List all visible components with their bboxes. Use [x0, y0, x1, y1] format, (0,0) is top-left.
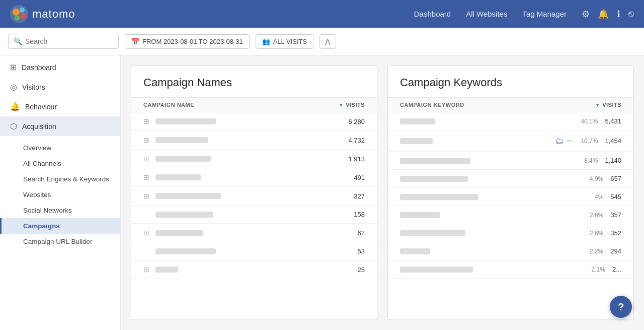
keyword-blurred	[400, 267, 473, 273]
campaign-keyword-col-label: CAMPAIGN KEYWORD	[400, 102, 464, 108]
nav-links: Dashboard All Websites Tag Manager	[414, 10, 567, 18]
keyword-blurred	[400, 118, 435, 124]
sidebar-label-campaigns: Campaigns	[23, 222, 60, 230]
campaign-name-blurred	[155, 248, 216, 254]
campaign-keyword-visits-label: VISITS	[602, 102, 621, 108]
campaign-visit-count: 1,913	[348, 155, 365, 163]
campaign-name-blurred	[155, 230, 203, 236]
svg-point-2	[20, 8, 25, 13]
main-layout: ⊞ Dashboard ◎ Visitors 🔔 Behaviour ⬡ Acq…	[0, 55, 644, 330]
table-row: ⊞ 25	[131, 260, 377, 279]
expand-icon[interactable]: ⊞	[143, 229, 151, 237]
notifications-icon[interactable]: 🔔	[598, 9, 609, 20]
table-row: ⊞ 62	[131, 224, 377, 242]
campaign-name-blurred	[155, 156, 211, 162]
sidebar-label-dashboard: Dashboard	[22, 63, 56, 72]
campaign-name-visits-col: ▼ VISITS	[339, 102, 365, 108]
search-icon: 🔍	[14, 37, 22, 45]
keyword-count: 352	[610, 229, 621, 237]
keyword-count: 294	[610, 247, 621, 255]
keyword-count: 657	[610, 175, 621, 182]
keyword-blurred	[400, 176, 468, 182]
nav-all-websites[interactable]: All Websites	[466, 10, 507, 18]
campaign-keywords-title: Campaign Keywords	[388, 66, 633, 97]
date-range-button[interactable]: 📅 FROM 2023-08-01 TO 2023-08-31	[125, 34, 250, 49]
row-left: ⊞	[143, 192, 354, 200]
sidebar-item-social-networks[interactable]: Social Networks	[0, 203, 120, 218]
table-row: ⊞ 327	[131, 187, 377, 206]
expand-icon[interactable]: ⊞	[143, 155, 151, 163]
campaign-names-panel: Campaign Names CAMPAIGN NAME ▼ VISITS ⊞ …	[131, 65, 377, 320]
sidebar-item-all-channels[interactable]: All Channels	[0, 156, 120, 171]
help-icon: ?	[618, 301, 624, 313]
row-right: 🗂～ 10.7% 1,454	[555, 136, 621, 146]
campaign-visit-count: 4,732	[348, 137, 365, 144]
collapse-button[interactable]: ⋀	[319, 34, 336, 49]
settings-icon[interactable]: ⚙	[582, 9, 590, 20]
visits-label: ALL VISITS	[273, 38, 307, 45]
sort-down-icon[interactable]: ▼	[339, 102, 344, 108]
segment-icon[interactable]: 🗂	[555, 137, 564, 146]
expand-icon[interactable]: ⊞	[143, 192, 151, 200]
sidebar-item-acquisition[interactable]: ⬡ Acquisition	[0, 116, 120, 136]
row-right: 2.6% 352	[590, 229, 621, 237]
sidebar-item-visitors[interactable]: ◎ Visitors	[0, 77, 120, 97]
table-row: ⊞ 6,280	[131, 112, 377, 131]
sidebar-item-websites[interactable]: Websites	[0, 187, 120, 203]
sidebar-item-search-engines[interactable]: Search Engines & Keywords	[0, 171, 120, 187]
info-icon[interactable]: ℹ	[617, 9, 620, 20]
sort-down-icon-kw[interactable]: ▼	[595, 102, 600, 108]
keyword-blurred	[400, 194, 478, 200]
row-left	[400, 248, 590, 254]
sidebar-item-campaigns[interactable]: Campaigns	[0, 218, 120, 234]
row-right: 4.9% 657	[590, 175, 621, 182]
row-left: ⊞	[143, 229, 358, 237]
sidebar-item-dashboard[interactable]: ⊞ Dashboard	[0, 57, 120, 77]
row-left	[143, 248, 358, 254]
expand-icon[interactable]: ⊞	[143, 266, 151, 274]
search-input[interactable]	[25, 37, 113, 45]
nav-tag-manager[interactable]: Tag Manager	[522, 10, 567, 18]
date-range-label: FROM 2023-08-01 TO 2023-08-31	[142, 38, 243, 45]
chevron-up-icon: ⋀	[325, 38, 331, 45]
keyword-count: 2...	[612, 266, 621, 273]
keyword-percent: 2.1%	[592, 266, 605, 273]
svg-point-4	[15, 16, 20, 21]
sub-header: 🔍 📅 FROM 2023-08-01 TO 2023-08-31 👥 ALL …	[0, 28, 644, 55]
sidebar-item-overview[interactable]: Overview	[0, 140, 120, 156]
campaign-visit-count: 327	[354, 192, 365, 200]
campaign-names-table-header: CAMPAIGN NAME ▼ VISITS	[131, 97, 377, 112]
sidebar-label-social-networks: Social Networks	[23, 207, 72, 214]
svg-point-0	[10, 5, 28, 23]
row-right: 40.1% 5,431	[581, 117, 621, 125]
sidebar-item-campaign-url-builder[interactable]: Campaign URL Builder	[0, 234, 120, 249]
trend-icon[interactable]: ～	[566, 136, 574, 146]
search-box[interactable]: 🔍	[8, 34, 119, 49]
matomo-logo-icon	[10, 5, 28, 23]
row-left: ⊞	[143, 117, 348, 125]
nav-dashboard[interactable]: Dashboard	[414, 10, 451, 18]
row-left	[400, 194, 595, 200]
campaign-name-blurred	[155, 174, 201, 180]
sidebar-item-behaviour[interactable]: 🔔 Behaviour	[0, 97, 120, 116]
help-button[interactable]: ?	[610, 296, 632, 318]
keyword-percent: 2.6%	[590, 212, 603, 219]
row-left	[400, 176, 590, 182]
table-row: 2.1% 2...	[388, 260, 633, 279]
nav-icon-area: ⚙ 🔔 ℹ ⎋	[582, 9, 634, 20]
expand-icon[interactable]: ⊞	[143, 173, 151, 181]
row-left	[400, 230, 590, 236]
campaign-visit-count: 53	[358, 247, 365, 255]
svg-point-1	[13, 9, 20, 16]
sidebar-label-search-engines: Search Engines & Keywords	[23, 175, 109, 183]
logout-icon[interactable]: ⎋	[628, 9, 634, 19]
table-row: 🗂～ 10.7% 1,454	[388, 130, 633, 152]
sidebar-label-campaign-url-builder: Campaign URL Builder	[23, 238, 93, 245]
row-left	[400, 267, 592, 273]
table-row: 4.9% 657	[388, 170, 633, 188]
expand-icon[interactable]: ⊞	[143, 136, 151, 144]
row-left	[400, 118, 581, 124]
all-visits-button[interactable]: 👥 ALL VISITS	[256, 34, 313, 49]
expand-icon[interactable]: ⊞	[143, 117, 151, 125]
campaign-names-rows: ⊞ 6,280 ⊞ 4,732 ⊞ 1,913 ⊞ 491 ⊞ 327	[131, 112, 377, 279]
